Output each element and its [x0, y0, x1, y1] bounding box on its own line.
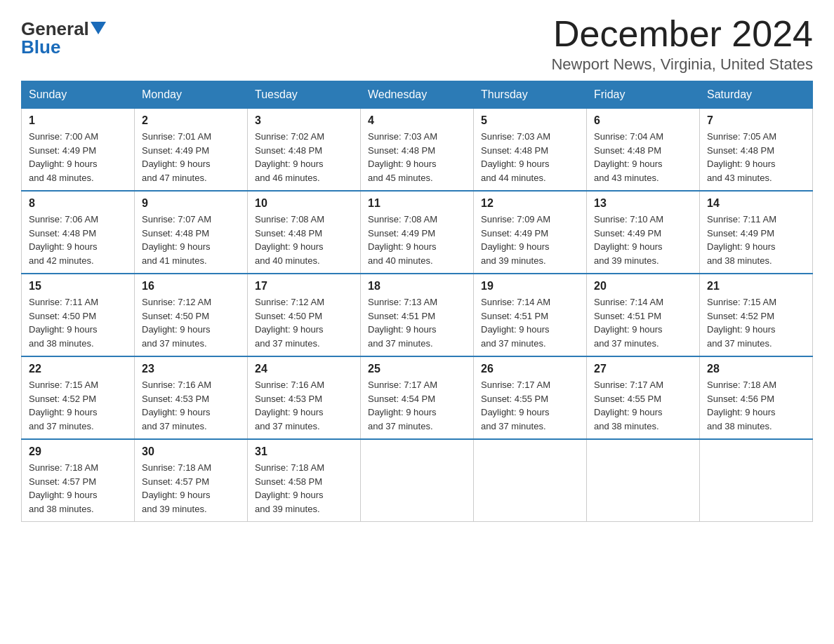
day-number: 31 [255, 445, 353, 458]
calendar-cell: 16Sunrise: 7:12 AMSunset: 4:50 PMDayligh… [135, 274, 248, 356]
day-number: 7 [707, 114, 805, 127]
day-info: Sunrise: 7:04 AMSunset: 4:48 PMDaylight:… [594, 130, 692, 185]
calendar-cell: 26Sunrise: 7:17 AMSunset: 4:55 PMDayligh… [474, 356, 587, 439]
day-info: Sunrise: 7:08 AMSunset: 4:48 PMDaylight:… [255, 213, 353, 267]
calendar-cell: 5Sunrise: 7:03 AMSunset: 4:48 PMDaylight… [474, 109, 587, 192]
day-number: 6 [594, 114, 692, 127]
calendar-cell: 3Sunrise: 7:02 AMSunset: 4:48 PMDaylight… [248, 109, 361, 192]
day-number: 27 [594, 363, 692, 375]
day-info: Sunrise: 7:08 AMSunset: 4:49 PMDaylight:… [368, 213, 466, 267]
day-info: Sunrise: 7:14 AMSunset: 4:51 PMDaylight:… [594, 295, 692, 350]
day-info: Sunrise: 7:13 AMSunset: 4:51 PMDaylight:… [368, 295, 466, 350]
page-header: General Blue December 2024 Newport News,… [21, 14, 813, 74]
day-info: Sunrise: 7:09 AMSunset: 4:49 PMDaylight:… [481, 213, 579, 267]
calendar-cell: 1Sunrise: 7:00 AMSunset: 4:49 PMDaylight… [22, 109, 135, 192]
day-number: 2 [142, 114, 240, 127]
day-info: Sunrise: 7:05 AMSunset: 4:48 PMDaylight:… [707, 130, 805, 185]
day-number: 8 [29, 197, 127, 210]
day-info: Sunrise: 7:10 AMSunset: 4:49 PMDaylight:… [594, 213, 692, 267]
day-info: Sunrise: 7:03 AMSunset: 4:48 PMDaylight:… [481, 130, 579, 185]
calendar-cell: 12Sunrise: 7:09 AMSunset: 4:49 PMDayligh… [474, 191, 587, 274]
calendar-cell: 6Sunrise: 7:04 AMSunset: 4:48 PMDaylight… [587, 109, 700, 192]
calendar-week-row: 22Sunrise: 7:15 AMSunset: 4:52 PMDayligh… [22, 356, 813, 439]
day-number: 11 [368, 197, 466, 210]
day-number: 30 [142, 445, 240, 458]
calendar-cell: 15Sunrise: 7:11 AMSunset: 4:50 PMDayligh… [22, 274, 135, 356]
day-number: 1 [29, 114, 127, 127]
calendar-cell [474, 439, 587, 522]
calendar-week-row: 15Sunrise: 7:11 AMSunset: 4:50 PMDayligh… [22, 274, 813, 356]
calendar-cell: 14Sunrise: 7:11 AMSunset: 4:49 PMDayligh… [700, 191, 813, 274]
weekday-header-friday: Friday [587, 81, 700, 109]
weekday-header-sunday: Sunday [22, 81, 135, 109]
day-info: Sunrise: 7:16 AMSunset: 4:53 PMDaylight:… [142, 378, 240, 433]
calendar-week-row: 8Sunrise: 7:06 AMSunset: 4:48 PMDaylight… [22, 191, 813, 274]
day-number: 4 [368, 114, 466, 127]
day-info: Sunrise: 7:11 AMSunset: 4:50 PMDaylight:… [29, 295, 127, 350]
weekday-header-wednesday: Wednesday [361, 81, 474, 109]
day-number: 25 [368, 363, 466, 375]
day-number: 5 [481, 114, 579, 127]
day-info: Sunrise: 7:17 AMSunset: 4:55 PMDaylight:… [481, 378, 579, 433]
calendar-week-row: 1Sunrise: 7:00 AMSunset: 4:49 PMDaylight… [22, 109, 813, 192]
calendar-cell: 4Sunrise: 7:03 AMSunset: 4:48 PMDaylight… [361, 109, 474, 192]
calendar-cell: 17Sunrise: 7:12 AMSunset: 4:50 PMDayligh… [248, 274, 361, 356]
calendar-cell [361, 439, 474, 522]
calendar-cell: 11Sunrise: 7:08 AMSunset: 4:49 PMDayligh… [361, 191, 474, 274]
day-number: 23 [142, 363, 240, 375]
day-info: Sunrise: 7:12 AMSunset: 4:50 PMDaylight:… [142, 295, 240, 350]
calendar-cell: 19Sunrise: 7:14 AMSunset: 4:51 PMDayligh… [474, 274, 587, 356]
calendar-cell: 23Sunrise: 7:16 AMSunset: 4:53 PMDayligh… [135, 356, 248, 439]
day-info: Sunrise: 7:06 AMSunset: 4:48 PMDaylight:… [29, 213, 127, 267]
calendar-table: SundayMondayTuesdayWednesdayThursdayFrid… [21, 81, 813, 522]
day-info: Sunrise: 7:01 AMSunset: 4:49 PMDaylight:… [142, 130, 240, 185]
day-number: 3 [255, 114, 353, 127]
day-info: Sunrise: 7:16 AMSunset: 4:53 PMDaylight:… [255, 378, 353, 433]
calendar-cell: 9Sunrise: 7:07 AMSunset: 4:48 PMDaylight… [135, 191, 248, 274]
day-number: 16 [142, 280, 240, 293]
calendar-cell [587, 439, 700, 522]
svg-marker-0 [91, 22, 106, 34]
day-info: Sunrise: 7:14 AMSunset: 4:51 PMDaylight:… [481, 295, 579, 350]
calendar-cell [700, 439, 813, 522]
day-info: Sunrise: 7:15 AMSunset: 4:52 PMDaylight:… [707, 295, 805, 350]
day-info: Sunrise: 7:12 AMSunset: 4:50 PMDaylight:… [255, 295, 353, 350]
day-info: Sunrise: 7:03 AMSunset: 4:48 PMDaylight:… [368, 130, 466, 185]
calendar-cell: 20Sunrise: 7:14 AMSunset: 4:51 PMDayligh… [587, 274, 700, 356]
logo: General Blue [21, 20, 106, 58]
day-info: Sunrise: 7:15 AMSunset: 4:52 PMDaylight:… [29, 378, 127, 433]
title-area: December 2024 Newport News, Virginia, Un… [551, 14, 813, 74]
day-number: 22 [29, 363, 127, 375]
weekday-header-saturday: Saturday [700, 81, 813, 109]
day-number: 13 [594, 197, 692, 210]
day-number: 17 [255, 280, 353, 293]
calendar-cell: 8Sunrise: 7:06 AMSunset: 4:48 PMDaylight… [22, 191, 135, 274]
logo-triangle-icon [91, 22, 106, 34]
calendar-cell: 28Sunrise: 7:18 AMSunset: 4:56 PMDayligh… [700, 356, 813, 439]
day-info: Sunrise: 7:02 AMSunset: 4:48 PMDaylight:… [255, 130, 353, 185]
day-info: Sunrise: 7:18 AMSunset: 4:58 PMDaylight:… [255, 461, 353, 516]
day-info: Sunrise: 7:11 AMSunset: 4:49 PMDaylight:… [707, 213, 805, 267]
day-number: 14 [707, 197, 805, 210]
weekday-header-monday: Monday [135, 81, 248, 109]
weekday-header-thursday: Thursday [474, 81, 587, 109]
day-number: 15 [29, 280, 127, 293]
day-number: 18 [368, 280, 466, 293]
day-number: 26 [481, 363, 579, 375]
day-number: 10 [255, 197, 353, 210]
logo-general: General [21, 20, 89, 38]
calendar-week-row: 29Sunrise: 7:18 AMSunset: 4:57 PMDayligh… [22, 439, 813, 522]
calendar-cell: 25Sunrise: 7:17 AMSunset: 4:54 PMDayligh… [361, 356, 474, 439]
day-number: 20 [594, 280, 692, 293]
calendar-cell: 21Sunrise: 7:15 AMSunset: 4:52 PMDayligh… [700, 274, 813, 356]
day-info: Sunrise: 7:17 AMSunset: 4:54 PMDaylight:… [368, 378, 466, 433]
day-number: 9 [142, 197, 240, 210]
day-info: Sunrise: 7:18 AMSunset: 4:56 PMDaylight:… [707, 378, 805, 433]
month-title: December 2024 [551, 14, 813, 54]
day-info: Sunrise: 7:18 AMSunset: 4:57 PMDaylight:… [29, 461, 127, 516]
calendar-cell: 29Sunrise: 7:18 AMSunset: 4:57 PMDayligh… [22, 439, 135, 522]
calendar-cell: 24Sunrise: 7:16 AMSunset: 4:53 PMDayligh… [248, 356, 361, 439]
day-info: Sunrise: 7:00 AMSunset: 4:49 PMDaylight:… [29, 130, 127, 185]
day-number: 21 [707, 280, 805, 293]
calendar-header-row: SundayMondayTuesdayWednesdayThursdayFrid… [22, 81, 813, 109]
